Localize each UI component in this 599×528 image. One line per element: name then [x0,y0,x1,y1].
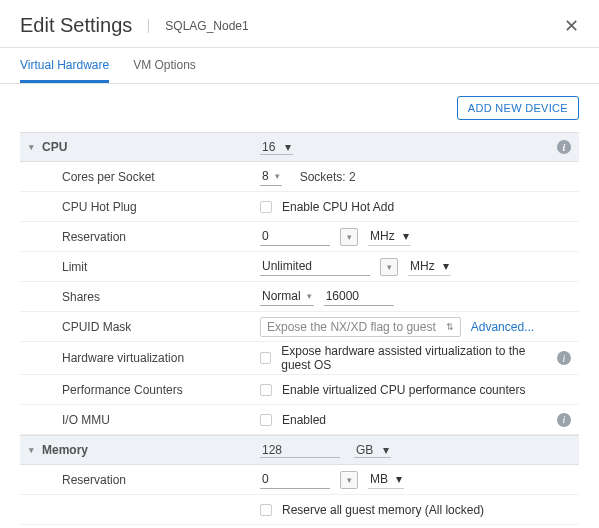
row-cpuid-mask: CPUID Mask Expose the NX/XD flag to gues… [20,312,579,342]
chevron-down-icon: ▾ [20,445,42,455]
row-cpu-reservation: Reservation ▾ MHz ▾ [20,222,579,252]
memory-reservation-label: Reservation [62,473,260,487]
row-cpu-shares: Shares Normal ▾ [20,282,579,312]
row-cores-per-socket: Cores per Socket 8 ▾ Sockets: 2 [20,162,579,192]
toolbar: ADD NEW DEVICE [0,84,599,132]
cores-per-socket-select[interactable]: 8 ▾ [260,167,282,186]
hw-virt-checkbox[interactable] [260,352,271,364]
section-cpu[interactable]: ▾ CPU 16 ▾ i [20,132,579,162]
hw-virt-label: Hardware virtualization [62,351,260,365]
info-icon[interactable]: i [557,140,571,154]
info-icon[interactable]: i [557,351,571,365]
perf-counters-label: Performance Counters [62,383,260,397]
section-memory-label: Memory [42,443,260,457]
reserve-all-checkbox[interactable] [260,504,272,516]
cpu-hot-add-checkbox[interactable] [260,201,272,213]
row-memory-reservation: Reservation ▾ MB ▾ [20,465,579,495]
hw-virt-text: Expose hardware assisted virtualization … [281,344,557,372]
tabs: Virtual Hardware VM Options [0,48,599,84]
dialog-subtitle: SQLAG_Node1 [148,19,248,33]
reserve-all-text: Reserve all guest memory (All locked) [282,503,484,517]
memory-reservation-unit-select[interactable]: MB ▾ [368,470,404,489]
cpu-reservation-input[interactable] [260,227,330,246]
cpu-hot-plug-label: CPU Hot Plug [62,200,260,214]
cpuid-mask-label: CPUID Mask [62,320,260,334]
cpuid-advanced-link[interactable]: Advanced... [471,320,534,334]
io-mmu-text: Enabled [282,413,326,427]
chevron-down-icon: ▾ [387,262,392,272]
row-io-mmu: I/O MMU Enabled i [20,405,579,435]
chevron-down-icon: ▾ [307,291,312,301]
perf-counters-text: Enable virtualized CPU performance count… [282,383,525,397]
row-memory-reserve-all: Reserve all guest memory (All locked) [20,495,579,525]
memory-unit-select[interactable]: GB ▾ [354,443,391,458]
memory-value-input[interactable]: 128 [260,443,340,458]
cpu-limit-label: Limit [62,260,260,274]
chevron-down-icon: ▾ [383,443,389,457]
chevron-down-icon: ▾ [396,472,402,486]
updown-icon: ⇅ [446,322,454,332]
row-performance-counters: Performance Counters Enable virtualized … [20,375,579,405]
chevron-down-icon: ▾ [275,171,280,181]
memory-reservation-dropdown[interactable]: ▾ [340,471,358,489]
chevron-down-icon: ▾ [443,259,449,273]
cpu-limit-dropdown[interactable]: ▾ [380,258,398,276]
tab-virtual-hardware[interactable]: Virtual Hardware [20,48,109,83]
section-memory[interactable]: ▾ Memory 128 GB ▾ [20,435,579,465]
row-cpu-hot-plug: CPU Hot Plug Enable CPU Hot Add [20,192,579,222]
cpu-limit-unit-select[interactable]: MHz ▾ [408,257,451,276]
cpu-reservation-unit-select[interactable]: MHz ▾ [368,227,411,246]
add-new-device-button[interactable]: ADD NEW DEVICE [457,96,579,120]
section-cpu-label: CPU [42,140,260,154]
settings-content: ▾ CPU 16 ▾ i Cores per Socket 8 ▾ Socket… [0,132,599,528]
cpu-reservation-label: Reservation [62,230,260,244]
dialog-title: Edit Settings [20,14,132,37]
cpu-limit-input[interactable] [260,257,370,276]
row-cpu-limit: Limit ▾ MHz ▾ [20,252,579,282]
cpu-hot-add-text: Enable CPU Hot Add [282,200,394,214]
cpu-count-value: 16 [262,140,275,154]
info-icon[interactable]: i [557,413,571,427]
cores-per-socket-label: Cores per Socket [62,170,260,184]
cpu-shares-mode-select[interactable]: Normal ▾ [260,287,314,306]
chevron-down-icon: ▾ [347,475,352,485]
cpu-reservation-dropdown[interactable]: ▾ [340,228,358,246]
sockets-text: Sockets: 2 [300,170,356,184]
chevron-down-icon: ▾ [403,229,409,243]
memory-reservation-input[interactable] [260,470,330,489]
cpu-shares-label: Shares [62,290,260,304]
close-icon[interactable]: ✕ [564,15,579,37]
chevron-down-icon: ▾ [20,142,42,152]
dialog-header: Edit Settings SQLAG_Node1 ✕ [0,0,599,48]
row-hardware-virtualization: Hardware virtualization Expose hardware … [20,342,579,375]
chevron-down-icon: ▾ [285,140,291,154]
cpu-shares-value-input[interactable] [324,287,394,306]
chevron-down-icon: ▾ [347,232,352,242]
io-mmu-label: I/O MMU [62,413,260,427]
cpu-count-select[interactable]: 16 ▾ [260,140,293,155]
tab-vm-options[interactable]: VM Options [133,48,196,83]
perf-counters-checkbox[interactable] [260,384,272,396]
cpuid-mask-select[interactable]: Expose the NX/XD flag to guest ⇅ [260,317,461,337]
edit-settings-dialog: Edit Settings SQLAG_Node1 ✕ Virtual Hard… [0,0,599,528]
io-mmu-checkbox[interactable] [260,414,272,426]
